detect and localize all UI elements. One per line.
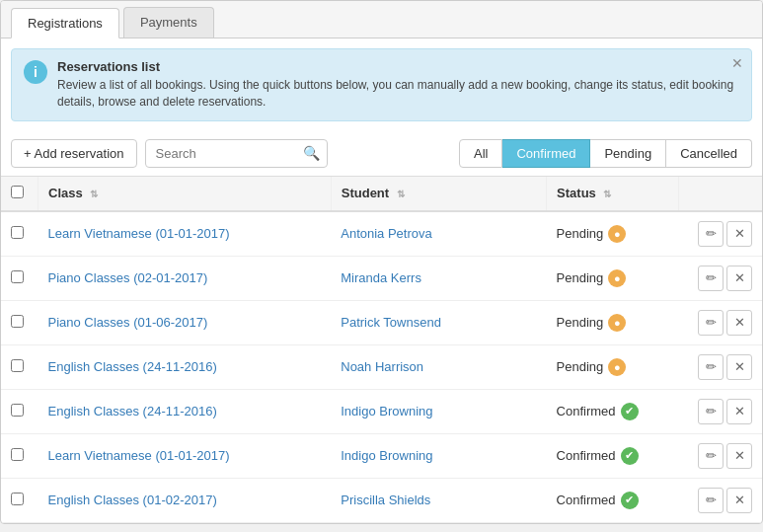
search-icon: 🔍 (303, 145, 320, 161)
class-link-2[interactable]: Piano Classes (02-01-2017) (48, 270, 208, 285)
status-icon-1: ● (608, 225, 626, 243)
table-row: Learn Vietnamese (01-01-2017) Antonia Pe… (1, 211, 762, 257)
action-buttons-7: ✏ ✕ (689, 488, 752, 513)
delete-button-3[interactable]: ✕ (726, 310, 752, 336)
filter-all-button[interactable]: All (459, 139, 502, 168)
student-link-6[interactable]: Indigo Browning (341, 448, 432, 463)
class-link-4[interactable]: English Classes (24-11-2016) (48, 359, 217, 374)
table-row: Piano Classes (01-06-2017) Patrick Towns… (1, 300, 762, 344)
status-badge-1: Pending● (557, 225, 627, 243)
edit-button-2[interactable]: ✏ (698, 266, 724, 291)
row-checkbox-6[interactable] (11, 448, 24, 461)
toolbar: + Add reservation 🔍 All Confirmed Pendin… (1, 131, 762, 177)
delete-button-6[interactable]: ✕ (726, 443, 752, 469)
registrations-table: Class ⇅ Student ⇅ Status ⇅ Learn Vie (1, 177, 762, 523)
banner-title: Reservations list (57, 59, 739, 74)
toolbar-left: + Add reservation 🔍 (11, 139, 328, 168)
info-icon: i (24, 60, 47, 84)
table-row: English Classes (24-11-2016) Indigo Brow… (1, 389, 762, 433)
sort-status-icon: ⇅ (603, 189, 611, 199)
edit-button-7[interactable]: ✏ (698, 488, 724, 513)
action-buttons-3: ✏ ✕ (689, 310, 752, 336)
filter-cancelled-button[interactable]: Cancelled (666, 139, 752, 168)
row-checkbox-4[interactable] (11, 359, 24, 372)
row-checkbox-3[interactable] (11, 315, 24, 328)
delete-button-4[interactable]: ✕ (726, 354, 752, 380)
student-link-5[interactable]: Indigo Browning (341, 404, 432, 418)
tab-registrations[interactable]: Registrations (11, 8, 119, 38)
tabs-bar: Registrations Payments (1, 1, 762, 38)
search-container: 🔍 (145, 139, 328, 168)
search-input[interactable] (145, 139, 328, 168)
delete-button-2[interactable]: ✕ (726, 266, 752, 291)
select-all-checkbox[interactable] (11, 186, 24, 198)
table-row: English Classes (24-11-2016) Noah Harris… (1, 344, 762, 389)
table-row: English Classes (01-02-2017) Priscilla S… (1, 478, 762, 522)
action-buttons-1: ✏ ✕ (689, 221, 752, 247)
delete-button-7[interactable]: ✕ (726, 488, 752, 513)
student-link-3[interactable]: Patrick Townsend (341, 315, 441, 330)
status-badge-7: Confirmed✔ (557, 492, 639, 509)
action-buttons-6: ✏ ✕ (689, 443, 752, 469)
class-link-1[interactable]: Learn Vietnamese (01-01-2017) (48, 226, 230, 241)
filter-confirmed-button[interactable]: Confirmed (502, 139, 590, 168)
add-reservation-button[interactable]: + Add reservation (11, 139, 137, 168)
action-buttons-2: ✏ ✕ (689, 266, 752, 291)
edit-button-4[interactable]: ✏ (698, 354, 724, 380)
row-checkbox-1[interactable] (11, 226, 24, 239)
row-checkbox-7[interactable] (11, 493, 24, 505)
banner-description: Review a list of all bookings. Using the… (57, 77, 739, 111)
status-badge-3: Pending● (557, 314, 627, 332)
status-icon-4: ● (608, 358, 626, 376)
row-checkbox-2[interactable] (11, 270, 24, 283)
close-banner-button[interactable]: ✕ (731, 55, 743, 71)
action-buttons-5: ✏ ✕ (689, 399, 752, 424)
col-header-class: Class (48, 186, 83, 200)
col-header-status: Status (557, 186, 596, 200)
delete-button-1[interactable]: ✕ (726, 221, 752, 247)
filter-buttons: All Confirmed Pending Cancelled (459, 139, 752, 168)
status-icon-2: ● (608, 269, 626, 287)
status-icon-3: ● (608, 314, 626, 332)
info-banner: i Reservations list Review a list of all… (11, 48, 752, 121)
status-badge-5: Confirmed✔ (557, 403, 639, 420)
delete-button-5[interactable]: ✕ (726, 399, 752, 424)
filter-pending-button[interactable]: Pending (590, 139, 666, 168)
student-link-7[interactable]: Priscilla Shields (341, 493, 430, 507)
sort-student-icon: ⇅ (397, 189, 405, 199)
student-link-1[interactable]: Antonia Petrova (341, 226, 432, 241)
edit-button-5[interactable]: ✏ (698, 399, 724, 424)
status-icon-7: ✔ (621, 492, 639, 509)
status-icon-6: ✔ (621, 447, 639, 465)
edit-button-1[interactable]: ✏ (698, 221, 724, 247)
row-checkbox-5[interactable] (11, 404, 24, 417)
edit-button-3[interactable]: ✏ (698, 310, 724, 336)
student-link-2[interactable]: Miranda Kerrs (341, 270, 421, 285)
sort-class-icon: ⇅ (90, 189, 98, 199)
edit-button-6[interactable]: ✏ (698, 443, 724, 469)
class-link-6[interactable]: Learn Vietnamese (01-01-2017) (48, 448, 230, 463)
status-badge-2: Pending● (557, 269, 627, 287)
student-link-4[interactable]: Noah Harrison (341, 359, 423, 374)
table-header-row: Class ⇅ Student ⇅ Status ⇅ (1, 177, 762, 211)
class-link-3[interactable]: Piano Classes (01-06-2017) (48, 315, 208, 330)
tab-payments[interactable]: Payments (123, 7, 214, 38)
table-row: Learn Vietnamese (01-01-2017) Indigo Bro… (1, 433, 762, 478)
table-row: Piano Classes (02-01-2017) Miranda Kerrs… (1, 256, 762, 300)
status-icon-5: ✔ (621, 403, 639, 420)
class-link-7[interactable]: English Classes (01-02-2017) (48, 493, 217, 507)
class-link-5[interactable]: English Classes (24-11-2016) (48, 404, 217, 418)
col-header-student: Student (342, 186, 389, 200)
status-badge-6: Confirmed✔ (557, 447, 639, 465)
banner-text: Reservations list Review a list of all b… (57, 59, 739, 111)
action-buttons-4: ✏ ✕ (689, 354, 752, 380)
status-badge-4: Pending● (557, 358, 627, 376)
